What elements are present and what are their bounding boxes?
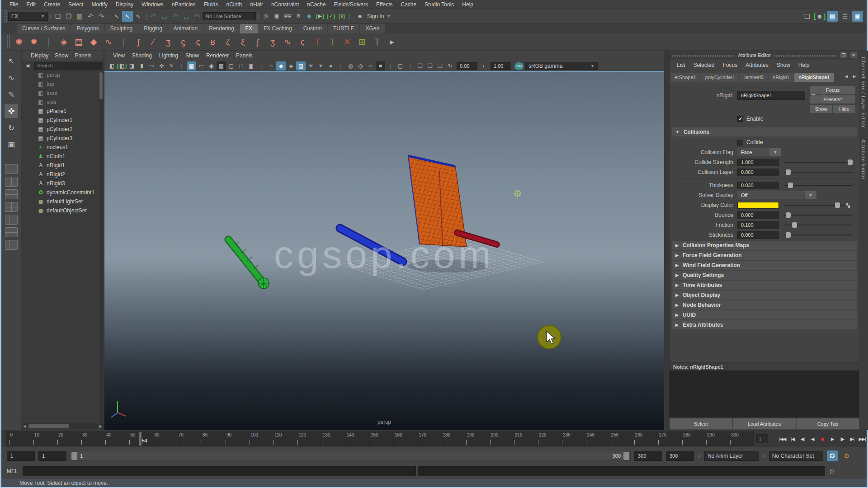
layout-hypershade-persp[interactable] <box>5 240 18 250</box>
textured-icon[interactable]: ▨ <box>296 61 306 70</box>
select-button[interactable]: Select <box>670 418 732 429</box>
outliner-item[interactable]: ▦ pCylinder3 <box>22 134 104 143</box>
occlusion-icon[interactable]: ◍ <box>346 61 355 70</box>
time-slider[interactable]: 0102030405060708090100110120130140150160… <box>6 432 754 446</box>
playblast-icon[interactable]: ▶ <box>315 11 326 22</box>
collapsed-section-header[interactable]: ▶ Wind Field Generation <box>672 261 857 270</box>
ae-node-tab[interactable]: nRigidShape1 <box>794 73 834 82</box>
gamma-field[interactable]: 1.00 <box>491 62 511 70</box>
color-management-toggle[interactable]: ON <box>514 62 524 70</box>
new-scene-icon[interactable]: ❏ <box>52 11 63 22</box>
collapsed-section-header[interactable]: ▶ Force Field Generation <box>672 251 857 260</box>
script-editor-icon[interactable]: {;} <box>826 466 837 477</box>
range-start-handle[interactable] <box>71 452 77 460</box>
isolate-select-icon[interactable]: ▢ <box>396 61 405 70</box>
wireframe-on-shaded-icon[interactable]: ◈ <box>286 61 296 70</box>
panel-toggle-tab[interactable]: Channel Box / Layer Editor <box>861 57 866 128</box>
checkpoint-icon[interactable]: ✓ <box>326 11 336 22</box>
nhair-curves-icon[interactable]: ʒ <box>161 35 175 49</box>
collapsed-section-header[interactable]: ▶ UUID <box>672 310 857 319</box>
nconstraint-rigid-icon[interactable]: ʁ <box>206 35 220 49</box>
snap-point-icon[interactable]: ◠ <box>170 11 181 22</box>
menubar-item[interactable]: Studio Tools <box>421 0 458 9</box>
shelf-tab[interactable]: Curves / Surfaces <box>17 24 71 33</box>
grid-toggle-icon[interactable]: ▦ <box>187 61 196 70</box>
drag-handle[interactable] <box>671 53 735 57</box>
step-back-frame-button[interactable]: ◀| <box>798 434 807 443</box>
outliner-menu-item[interactable]: Display <box>28 52 51 60</box>
viewport-menu-item[interactable]: Shading <box>129 52 155 60</box>
nconstraint-component-icon[interactable]: ϛ <box>176 35 190 49</box>
collide-strength-slider[interactable] <box>784 159 853 165</box>
render-current-frame-icon[interactable]: ▣ <box>271 11 282 22</box>
depth-of-field-icon[interactable]: ■ <box>376 61 385 70</box>
lasso-tool-icon[interactable]: ∿ <box>5 71 18 84</box>
filter-icon[interactable]: ▣ <box>24 61 33 70</box>
command-input[interactable] <box>23 466 416 476</box>
show-button[interactable]: Show <box>810 105 832 113</box>
ae-node-tab[interactable]: nRigid1 <box>769 73 793 82</box>
animation-preferences-icon[interactable]: ⚙ <box>841 450 852 461</box>
collapsed-section-header[interactable]: ▶ Node Behavior <box>672 300 857 310</box>
outliner-menu-item[interactable]: Panels <box>72 52 94 60</box>
save-scene-icon[interactable]: ▥ <box>74 11 85 22</box>
thickness-field[interactable]: 0.030 <box>737 182 779 189</box>
shelf-tab[interactable]: Rendering <box>203 24 239 33</box>
range-end-handle[interactable] <box>623 452 629 460</box>
view-transform-dropdown[interactable]: sRGB gamma▼ <box>525 62 598 70</box>
viewport-menu-item[interactable]: Show <box>182 52 202 60</box>
menubar-item[interactable]: nHair <box>246 0 267 9</box>
chevron-down-icon[interactable]: ▼ <box>805 191 816 199</box>
field-chart-icon[interactable]: ▢ <box>226 61 236 70</box>
move-tool-icon[interactable]: ✜ <box>5 104 18 118</box>
snap-plane-icon[interactable]: ◡ <box>181 11 192 22</box>
copy-tab-button[interactable]: Copy Tab <box>797 418 859 429</box>
menubar-item[interactable]: Edit <box>23 0 39 9</box>
display-color-slider[interactable] <box>784 202 844 208</box>
thickness-slider[interactable] <box>784 182 853 188</box>
select-tool-icon[interactable]: ↖ <box>5 54 18 68</box>
fields-air-icon[interactable]: ⊤ <box>311 35 324 49</box>
viewport-menu-item[interactable]: View <box>110 52 128 60</box>
shelf-tab[interactable]: Polygons <box>71 24 104 33</box>
animation-end-field[interactable]: 300 <box>666 451 694 461</box>
drag-handle[interactable] <box>4 10 7 22</box>
menubar-item[interactable]: nConstraint <box>268 0 302 9</box>
presets-button[interactable]: Presets* <box>810 95 855 103</box>
fields-gravity-icon[interactable]: ✕ <box>340 35 354 49</box>
solver-display-dropdown[interactable]: Off <box>737 191 804 199</box>
exposure-field[interactable]: 0.00 <box>457 62 477 70</box>
outliner-item[interactable]: ✪ dynamicConstraint1 <box>22 188 104 197</box>
render-settings-icon[interactable]: ⚙ <box>293 11 304 22</box>
select-object-icon[interactable]: ↖ <box>122 11 133 22</box>
layer-editor-toggle-icon[interactable]: ▣ <box>852 11 863 22</box>
chevron-down-icon[interactable]: ▼ <box>769 148 781 156</box>
live-surface-field[interactable]: No Live Surface <box>203 12 256 20</box>
resolution-gate-icon[interactable]: ◉ <box>207 61 216 70</box>
panel-toggle-tab[interactable]: Attribute Editor <box>861 140 866 180</box>
shaded-icon[interactable]: ◆ <box>276 61 286 70</box>
outliner-item[interactable]: ▦ pPlane1 <box>22 107 104 116</box>
outliner-search-input[interactable]: Search... <box>34 62 102 70</box>
tab-scroll-left-icon[interactable]: ◀ <box>843 73 850 80</box>
menu-set-dropdown[interactable]: FX▼ <box>8 12 48 21</box>
step-back-key-button[interactable]: |◀ <box>788 434 797 443</box>
menubar-item[interactable]: File <box>6 0 22 9</box>
launch-render-icon[interactable]: ◉ <box>304 11 315 22</box>
outliner-menu-item[interactable]: Show <box>52 52 71 60</box>
gamma-icon[interactable]: ◐ <box>479 61 489 70</box>
fields-newton-icon[interactable]: ⊞ <box>355 35 369 49</box>
image-plane-icon[interactable]: ▭ <box>147 61 156 70</box>
panel-splitter[interactable] <box>664 51 669 430</box>
shelf-tab[interactable]: Animation <box>168 24 203 33</box>
outliner-item[interactable]: ♙ nRigid2 <box>22 170 104 179</box>
scroll-left-icon[interactable]: ◀ <box>22 424 28 428</box>
ipr-render-icon[interactable]: IPR <box>282 11 293 22</box>
fields-uniform-icon[interactable]: ▸ <box>385 35 399 49</box>
collapsed-section-header[interactable]: ▶ Quality Settings <box>672 271 857 280</box>
paint-select-tool-icon[interactable]: ✎ <box>5 88 18 101</box>
ae-menu-item[interactable]: List <box>673 61 689 69</box>
anim-layer-dropdown[interactable]: No Anim Layer <box>704 451 759 461</box>
menubar-item[interactable]: nCache <box>303 0 329 9</box>
outliner-item[interactable]: ▦ pCylinder2 <box>22 125 104 134</box>
